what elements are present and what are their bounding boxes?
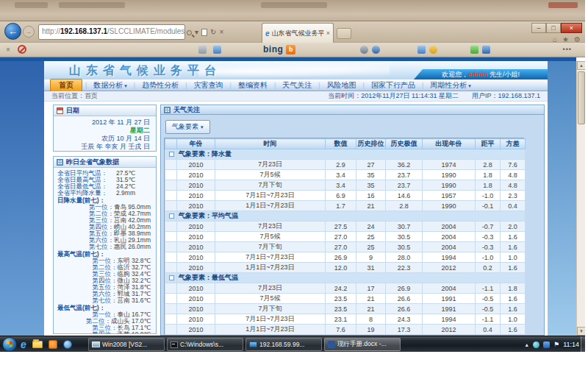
- table-cell: 17: [356, 283, 386, 294]
- show-desktop-button[interactable]: [581, 336, 585, 352]
- table-row[interactable]: 20107月23日27.52430.72004-0.72.0: [165, 222, 526, 232]
- page-scrollbar[interactable]: ▲ ▼: [576, 61, 585, 336]
- nav-item-6[interactable]: 天气关注: [282, 80, 312, 91]
- table-row[interactable]: 20107月下旬23.52126.61991-0.51.6: [165, 304, 526, 314]
- scroll-down-icon[interactable]: ▼: [577, 327, 585, 336]
- minimize-button[interactable]: –: [531, 23, 546, 33]
- stop-icon[interactable]: ×: [219, 29, 223, 36]
- nav-item-4[interactable]: 灾害查询: [194, 80, 223, 91]
- table-row[interactable]: 20107月23日24.21726.92004-1.11.8: [165, 283, 526, 294]
- table-row[interactable]: 20101月1日~7月23日1.7212.81990-0.10.4: [165, 201, 526, 211]
- tab-favicon-ie-icon: e: [265, 29, 270, 38]
- new-tab-button[interactable]: [337, 28, 351, 39]
- forward-button[interactable]: →: [23, 26, 35, 38]
- taskbar-clock[interactable]: 11:14: [563, 341, 579, 348]
- address-bar[interactable]: http://192.168.137.1/SLCCLIMATE/modules/…: [38, 24, 185, 40]
- plugin-icon-2[interactable]: [429, 46, 437, 54]
- close-button[interactable]: ×: [561, 23, 582, 33]
- camera-icon[interactable]: [360, 46, 368, 54]
- ie-icon[interactable]: e: [21, 339, 26, 350]
- scroll-up-icon[interactable]: ▲: [577, 61, 585, 70]
- summary-row: 全省平均降水量：2.9mm: [57, 190, 152, 197]
- nav-item-7[interactable]: 风险地图: [327, 80, 356, 91]
- table-row[interactable]: 20107月下旬3.43523.719901.84.8: [165, 180, 526, 191]
- table-cell: 23.5: [326, 304, 356, 314]
- plugin-icon-3[interactable]: [470, 46, 478, 54]
- element-filter-button[interactable]: 气象要素 ▾: [165, 120, 210, 134]
- table-header-cell: 数值: [326, 139, 356, 149]
- app-icon-orange[interactable]: [49, 340, 57, 349]
- table-row[interactable]: 20101月1日~7月23日12.03122.320120.21.6: [165, 263, 526, 273]
- date-panel-title: 日期: [66, 106, 79, 116]
- browser-tab[interactable]: e 山东省气候业务平... ×: [262, 23, 334, 43]
- table-row[interactable]: 20107月1日~7月23日26.9928.01994-1.01.0: [165, 252, 526, 263]
- tray-app-icon-2[interactable]: [543, 342, 550, 348]
- task-button-1[interactable]: Win2008 [VS2...: [88, 338, 165, 351]
- table-cell: 2.3: [501, 191, 526, 201]
- nav-item-2[interactable]: 数据分析▾: [93, 80, 127, 91]
- tab-close-icon[interactable]: ×: [326, 29, 330, 37]
- search-icon[interactable]: [187, 30, 192, 35]
- task-button-2[interactable]: C:\Windows\s...: [167, 338, 243, 351]
- table-row[interactable]: 20107月1日~7月23日6.91614.61957-1.02.3: [165, 191, 526, 201]
- back-button[interactable]: ←: [4, 23, 21, 40]
- checkbox[interactable]: [169, 213, 174, 219]
- table-row[interactable]: 20107月下旬27.02530.52004-0.31.6: [165, 242, 526, 252]
- table-row[interactable]: 20101月1日~7月23日7.61917.320120.41.6: [165, 325, 526, 335]
- lunar-date: 农历 10 月 14 日: [54, 135, 150, 143]
- tray-app-icon-1[interactable]: [533, 342, 539, 348]
- site-header: 山东省气候业务平台 欢迎您，admin 先生/小姐!: [44, 61, 548, 79]
- table-cell: 27: [356, 160, 386, 170]
- bing-toolbar[interactable]: bing b: [263, 44, 295, 54]
- table-cell: 2004: [423, 242, 476, 252]
- table-cell: -1.1: [476, 283, 501, 294]
- table-row[interactable]: 20107月23日2.92736.219742.87.6: [165, 160, 526, 170]
- breadcrumb-bar: 当前位置：首页 当前时间：2012年11月27日 11:14:31 星期二 用户…: [44, 91, 548, 102]
- date-panel-body: 2012 年 11 月 27 日 星期二 农历 10 月 14 日 壬辰 年 辛…: [54, 116, 156, 151]
- share-icon[interactable]: [213, 46, 221, 54]
- page-title: 山东省气候业务平台: [69, 63, 221, 79]
- scrollbar-thumb[interactable]: [578, 71, 585, 124]
- action-center-flag-icon[interactable]: ⚑: [553, 342, 559, 348]
- folder-icon[interactable]: [32, 341, 43, 348]
- quick-launch: e: [21, 338, 72, 351]
- task-button-label: 192.168.59.99...: [259, 341, 304, 348]
- weather-panel-title: 昨日全省气象数据: [66, 158, 119, 167]
- checkbox[interactable]: [169, 152, 174, 157]
- nav-item-1[interactable]: 首页: [50, 79, 82, 92]
- plugin-icon-1[interactable]: [417, 46, 426, 54]
- nav-item-5[interactable]: 整编资料: [238, 80, 268, 91]
- page-content: 山东省气候业务平台 欢迎您，admin 先生/小姐! 首页|数据分析▾|趋势性分…: [44, 61, 548, 336]
- page-right-background: [548, 61, 576, 336]
- more-icon[interactable]: •••: [563, 46, 572, 53]
- start-button[interactable]: [2, 337, 17, 352]
- table-row[interactable]: 20107月5候27.02530.52004-0.31.6: [165, 232, 526, 242]
- nav-item-9[interactable]: 周期性分析▾: [430, 80, 471, 91]
- bing-app-icon[interactable]: b: [286, 45, 295, 54]
- video-icon[interactable]: [372, 46, 380, 54]
- nav-item-3[interactable]: 趋势性分析: [142, 80, 179, 91]
- compatibility-icon[interactable]: [201, 29, 207, 36]
- table-row[interactable]: 20107月5候3.43523.719901.84.8: [165, 170, 526, 180]
- search-dropdown-icon[interactable]: ▾: [195, 29, 198, 36]
- task-button-4[interactable]: 现行手册.docx -...: [324, 338, 401, 351]
- task-button-3[interactable]: 192.168.59.99...: [245, 338, 322, 351]
- table-cell: 2010: [177, 232, 215, 242]
- refresh-icon[interactable]: ↻: [210, 29, 216, 36]
- table-row[interactable]: 20107月5候23.52126.61991-0.51.6: [165, 294, 526, 304]
- blocked-addon-icon[interactable]: [18, 45, 26, 54]
- nav-item-8[interactable]: 国家下行产品: [371, 80, 415, 91]
- toolbar-close-icon[interactable]: ×: [6, 46, 10, 54]
- media-player-icon[interactable]: [63, 340, 72, 349]
- tray-overflow-icon[interactable]: ▲: [524, 342, 529, 347]
- row-checkbox-cell: [165, 314, 177, 325]
- plugin-icon-4[interactable]: [482, 46, 490, 54]
- table-row[interactable]: 20107月1日~7月23日23.1824.31994-1.11.0: [165, 314, 526, 325]
- table-cell: 2010: [177, 252, 215, 263]
- maximize-button[interactable]: □: [546, 23, 561, 33]
- task-button-label: 现行手册.docx -...: [337, 340, 387, 349]
- mail-icon[interactable]: [198, 46, 207, 54]
- group-name: 气象要素：平均气温: [177, 211, 526, 222]
- checkbox[interactable]: [169, 275, 174, 280]
- table-header-cell: 出现年份: [423, 139, 476, 149]
